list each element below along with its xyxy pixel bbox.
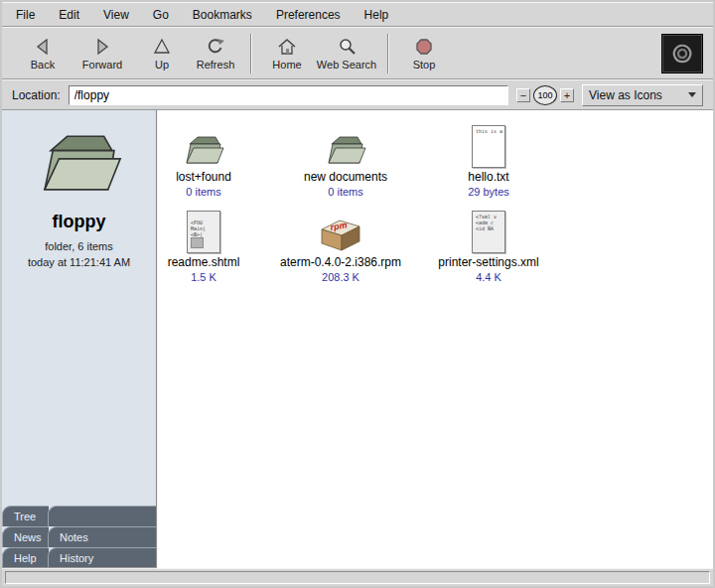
- file-name: printer-settings.xml: [438, 256, 538, 269]
- web-search-button[interactable]: Web Search: [314, 31, 379, 76]
- menu-edit[interactable]: Edit: [57, 6, 81, 24]
- magnifier-icon: [336, 36, 358, 58]
- view-mode-label: View as Icons: [589, 88, 662, 102]
- refresh-icon: [205, 36, 226, 58]
- file-item-aterm-rpm[interactable]: rpm aterm-0.4.0-2.i386.rpm 208.3 K: [266, 204, 415, 283]
- file-name: aterm-0.4.0-2.i386.rpm: [280, 256, 401, 269]
- file-name: hello.txt: [468, 171, 508, 184]
- menu-bookmarks[interactable]: Bookmarks: [191, 6, 254, 24]
- view-mode-dropdown[interactable]: View as Icons: [582, 84, 703, 106]
- forward-arrow-icon: [91, 36, 113, 58]
- up-button[interactable]: Up: [135, 31, 189, 76]
- file-item-hello-txt[interactable]: this is a hello.txt 29 bytes: [414, 118, 563, 198]
- back-button-label: Back: [31, 59, 55, 71]
- file-name: readme.shtml: [168, 256, 240, 269]
- sidebar-tab-news[interactable]: News: [2, 526, 49, 547]
- up-button-label: Up: [155, 59, 169, 71]
- stop-button-label: Stop: [413, 59, 436, 71]
- menu-go[interactable]: Go: [151, 6, 171, 24]
- folder-icon: [324, 118, 367, 168]
- zoom-out-button[interactable]: −: [516, 88, 530, 102]
- icon-view[interactable]: lost+found 0 items new documents 0 items…: [157, 110, 713, 568]
- sidebar-tabs: Tree News Notes Help History: [2, 506, 156, 568]
- sidebar-folder-info: folder, 6 items: [45, 240, 112, 252]
- file-item-readme-shtml[interactable]: <FOU Main| <B>| readme.shtml 1.5 K: [157, 204, 278, 283]
- home-button[interactable]: Home: [260, 31, 314, 76]
- menu-preferences[interactable]: Preferences: [274, 6, 343, 24]
- back-button[interactable]: Back: [16, 31, 70, 76]
- refresh-button[interactable]: Refresh: [189, 31, 242, 76]
- menu-file[interactable]: File: [14, 6, 37, 24]
- sidebar-folder-icon: [34, 126, 125, 204]
- location-input[interactable]: [69, 85, 508, 105]
- sidebar-tab-help[interactable]: Help: [2, 547, 49, 568]
- toolbar-separator: [387, 34, 389, 74]
- file-info: 1.5 K: [191, 271, 216, 283]
- up-arrow-icon: [151, 36, 173, 58]
- zoom-in-button[interactable]: +: [560, 88, 574, 102]
- rpm-package-icon: rpm: [318, 204, 363, 253]
- main-body: floppy folder, 6 items today at 11:21:41…: [2, 110, 713, 568]
- file-info: 208.3 K: [322, 271, 359, 283]
- file-name: new documents: [304, 171, 387, 184]
- home-button-label: Home: [272, 59, 301, 71]
- back-arrow-icon: [32, 36, 54, 58]
- file-manager-window: File Edit View Go Bookmarks Preferences …: [0, 0, 715, 588]
- zoom-level-indicator[interactable]: 100: [533, 85, 557, 105]
- sidebar-tab-notes[interactable]: Notes: [48, 526, 156, 547]
- location-label: Location:: [12, 88, 61, 102]
- menubar: File Edit View Go Bookmarks Preferences …: [2, 2, 713, 27]
- file-item-printer-settings-xml[interactable]: <?xml v <adm_c <id NA printer-settings.x…: [414, 204, 563, 283]
- chevron-down-icon: [688, 92, 696, 97]
- file-info: 0 items: [328, 186, 362, 198]
- stop-button[interactable]: Stop: [397, 31, 451, 76]
- toolbar: Back Forward Up Refresh: [2, 27, 713, 79]
- file-info: 4.4 K: [476, 271, 501, 283]
- sidebar-tab-tree[interactable]: Tree: [2, 506, 49, 526]
- thumbnail-chip: [191, 237, 204, 248]
- stop-icon: [413, 36, 435, 58]
- menu-help[interactable]: Help: [362, 6, 391, 24]
- file-info: 0 items: [186, 186, 220, 198]
- text-document-icon: this is a: [472, 125, 505, 168]
- html-document-icon: <FOU Main| <B>|: [187, 211, 220, 253]
- refresh-button-label: Refresh: [197, 59, 235, 71]
- sidebar-folder-modified: today at 11:21:41 AM: [28, 256, 130, 268]
- status-bar: [2, 568, 713, 586]
- home-icon: [276, 36, 298, 58]
- location-bar: Location: − 100 + View as Icons: [2, 79, 713, 110]
- forward-button-label: Forward: [82, 59, 122, 71]
- file-info: 29 bytes: [468, 186, 509, 198]
- shell-swirl-icon: [667, 39, 697, 69]
- toolbar-separator: [250, 34, 252, 74]
- sidebar-tab-filler: [48, 506, 156, 526]
- sidebar-folder-title: floppy: [53, 212, 106, 232]
- zoom-control: − 100 +: [516, 85, 574, 105]
- menu-view[interactable]: View: [101, 6, 131, 24]
- folder-icon: [182, 118, 225, 168]
- forward-button[interactable]: Forward: [70, 31, 135, 76]
- sidebar: floppy folder, 6 items today at 11:21:41…: [2, 110, 157, 568]
- web-search-button-label: Web Search: [317, 59, 376, 71]
- status-text-area: [5, 571, 710, 584]
- xml-document-icon: <?xml v <adm_c <id NA: [472, 211, 505, 253]
- file-name: lost+found: [176, 171, 231, 184]
- file-item-lost-found[interactable]: lost+found 0 items: [157, 118, 278, 198]
- sidebar-tab-history[interactable]: History: [48, 547, 156, 568]
- throbber-logo: [661, 34, 703, 74]
- file-item-new-documents[interactable]: new documents 0 items: [271, 118, 420, 198]
